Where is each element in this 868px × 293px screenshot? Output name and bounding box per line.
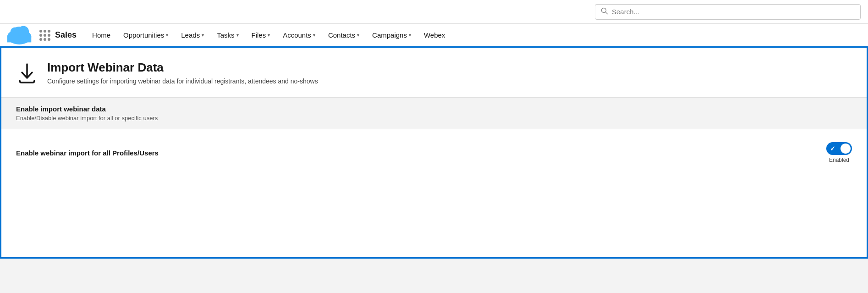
search-input[interactable] xyxy=(612,8,855,16)
toggle-status-label: Enabled xyxy=(829,157,849,163)
tasks-chevron-icon: ▾ xyxy=(236,33,239,38)
accounts-chevron-icon: ▾ xyxy=(313,33,315,38)
page-description: Configure settings for importing webinar… xyxy=(47,77,318,85)
nav-bar-left: Sales Home Opportunities ▾ Leads ▾ Tasks… xyxy=(5,24,451,46)
nav-items: Home Opportunities ▾ Leads ▾ Tasks ▾ Fil… xyxy=(86,24,451,46)
toggle-row: Enable webinar import for all Profiles/U… xyxy=(1,129,867,176)
nav-item-home[interactable]: Home xyxy=(86,25,117,47)
svg-rect-8 xyxy=(7,36,32,42)
salesforce-logo[interactable] xyxy=(5,26,33,45)
toggle-row-label: Enable webinar import for all Profiles/U… xyxy=(16,149,159,157)
nav-item-opportunities[interactable]: Opportunities ▾ xyxy=(117,25,175,47)
contacts-chevron-icon: ▾ xyxy=(357,33,359,38)
nav-item-home-label: Home xyxy=(92,31,110,39)
section-description: Enable/Disable webinar import for all or… xyxy=(16,115,852,122)
toggle-wrap: ✓ Enabled xyxy=(826,142,852,163)
nav-item-webex[interactable]: Webex xyxy=(418,25,451,47)
top-bar xyxy=(0,0,868,24)
nav-item-tasks[interactable]: Tasks ▾ xyxy=(210,25,245,47)
nav-item-webex-label: Webex xyxy=(424,31,445,39)
import-download-icon xyxy=(16,62,38,84)
opportunities-chevron-icon: ▾ xyxy=(166,33,168,38)
page-header-text: Import Webinar Data Configure settings f… xyxy=(47,61,318,85)
app-launcher-button[interactable] xyxy=(37,27,53,44)
nav-item-contacts-label: Contacts xyxy=(328,31,355,39)
svg-point-7 xyxy=(18,26,29,37)
nav-item-opportunities-label: Opportunities xyxy=(123,31,164,39)
nav-item-contacts[interactable]: Contacts ▾ xyxy=(322,25,366,47)
enable-section: Enable import webinar data Enable/Disabl… xyxy=(1,98,867,129)
search-icon xyxy=(601,7,608,17)
nav-bar: Sales Home Opportunities ▾ Leads ▾ Tasks… xyxy=(0,24,868,48)
section-title: Enable import webinar data xyxy=(16,105,852,113)
nav-item-leads-label: Leads xyxy=(181,31,200,39)
enable-toggle[interactable]: ✓ xyxy=(826,142,852,155)
nav-item-tasks-label: Tasks xyxy=(217,31,234,39)
toggle-knob xyxy=(841,144,851,154)
page-header: Import Webinar Data Configure settings f… xyxy=(1,48,867,98)
app-name: Sales xyxy=(55,30,77,40)
search-wrapper xyxy=(595,4,861,20)
leads-chevron-icon: ▾ xyxy=(202,33,204,38)
svg-line-1 xyxy=(606,12,608,14)
dots-grid-icon xyxy=(39,30,50,41)
nav-item-accounts-label: Accounts xyxy=(283,31,311,39)
import-icon-wrap xyxy=(16,62,38,86)
main-content: Import Webinar Data Configure settings f… xyxy=(0,48,868,259)
page-title: Import Webinar Data xyxy=(47,61,318,75)
campaigns-chevron-icon: ▾ xyxy=(409,33,411,38)
nav-item-campaigns-label: Campaigns xyxy=(372,31,407,39)
nav-item-campaigns[interactable]: Campaigns ▾ xyxy=(366,25,418,47)
nav-item-accounts[interactable]: Accounts ▾ xyxy=(276,25,322,47)
nav-item-leads[interactable]: Leads ▾ xyxy=(175,25,210,47)
nav-item-files[interactable]: Files ▾ xyxy=(245,25,277,47)
files-chevron-icon: ▾ xyxy=(268,33,270,38)
nav-item-files-label: Files xyxy=(252,31,266,39)
toggle-check-icon: ✓ xyxy=(830,145,835,152)
